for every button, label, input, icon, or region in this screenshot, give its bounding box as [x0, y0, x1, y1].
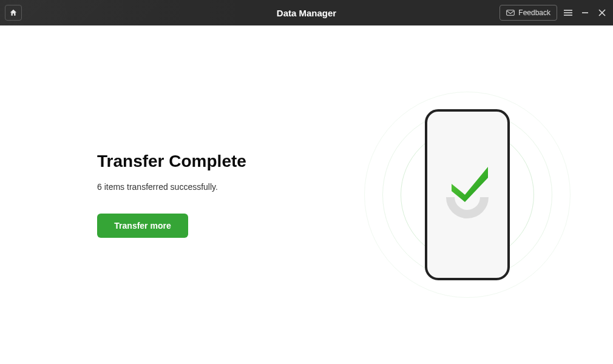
feedback-label: Feedback: [518, 8, 550, 17]
status-text: 6 items transferred successfully.: [97, 182, 246, 192]
transfer-more-button[interactable]: Transfer more: [97, 214, 188, 238]
feedback-button[interactable]: Feedback: [500, 5, 557, 21]
mail-icon: [506, 10, 515, 16]
checkmark-icon: [448, 160, 493, 204]
minimize-button[interactable]: [579, 7, 591, 19]
home-icon: [9, 8, 18, 17]
close-icon: [598, 9, 606, 16]
app-title: Data Manager: [277, 8, 336, 18]
illustration: [370, 98, 564, 292]
page-title: Transfer Complete: [97, 152, 246, 171]
phone-screen-content: [443, 170, 492, 219]
minimize-icon: [581, 9, 589, 16]
status-pane: Transfer Complete 6 items transferred su…: [97, 152, 246, 238]
menu-button[interactable]: [562, 7, 574, 19]
svg-rect-0: [507, 10, 515, 15]
menu-icon: [564, 9, 572, 16]
titlebar-right-group: Feedback: [500, 5, 608, 21]
home-button[interactable]: [5, 5, 22, 21]
main-content: Transfer Complete 6 items transferred su…: [0, 25, 613, 364]
close-button[interactable]: [596, 7, 608, 19]
phone-illustration: [425, 109, 510, 280]
title-bar: Data Manager Feedback: [0, 0, 613, 25]
